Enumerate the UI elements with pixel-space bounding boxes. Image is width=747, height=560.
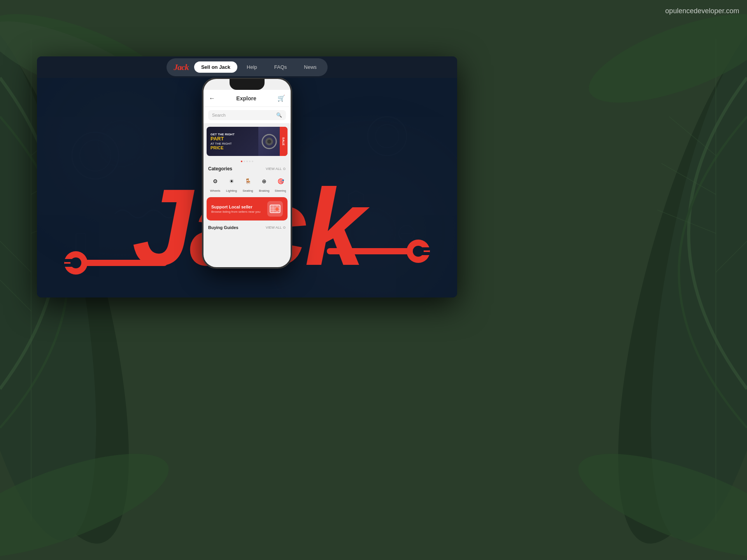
map-icon: [267, 201, 283, 217]
watermark: opulencedeveloper.com: [665, 7, 739, 15]
banner-image: [258, 127, 280, 156]
categories-header: Categories VIEW ALL ⊙: [208, 166, 286, 172]
buying-guides-section: Buying Guides VIEW ALL ⊙: [203, 223, 291, 230]
lighting-icon: ☀: [225, 175, 238, 188]
phone-notch: [230, 79, 265, 90]
svg-rect-35: [64, 264, 78, 267]
search-section: Search 🔍: [203, 107, 291, 124]
nav-link-news[interactable]: News: [296, 61, 324, 73]
dot-5: [252, 161, 253, 162]
svg-rect-44: [270, 205, 280, 213]
svg-point-43: [267, 140, 271, 144]
dot-3: [246, 161, 248, 162]
steering-icon: 🎯: [274, 175, 286, 188]
search-placeholder-text: Search: [212, 113, 226, 117]
category-wheels[interactable]: ⚙ Wheels: [208, 175, 222, 192]
circle-arrow-icon-2: ⊙: [283, 226, 286, 229]
svg-rect-40: [416, 247, 430, 250]
steering-label: Steering: [275, 189, 286, 192]
svg-point-21: [72, 132, 119, 179]
dot-1: [241, 161, 242, 162]
dot-4: [249, 161, 251, 162]
svg-point-22: [80, 140, 111, 171]
support-title: Support Local seller: [211, 205, 260, 209]
support-text: Support Local seller Browse listing from…: [211, 205, 260, 214]
banner-red-strip: SALE: [280, 127, 288, 156]
back-icon[interactable]: ←: [209, 95, 215, 102]
seating-icon: 🪑: [241, 175, 254, 188]
banner-line2: PART: [210, 136, 254, 142]
seating-label: Seating: [242, 189, 253, 192]
nav-pill: Jack Sell on Jack Help FAQs News: [167, 58, 328, 76]
phone-mockup: ← Explore 🛒 Search 🔍 GET: [202, 78, 292, 268]
buying-guides-title: Buying Guides: [208, 225, 238, 230]
wheels-label: Wheels: [210, 189, 221, 192]
app-header: ← Explore 🛒: [203, 90, 291, 107]
view-all-categories[interactable]: VIEW ALL ⊙: [266, 167, 286, 171]
svg-point-23: [368, 117, 407, 156]
circle-arrow-icon: ⊙: [283, 167, 286, 171]
sell-on-jack-button[interactable]: Sell on Jack: [194, 61, 237, 73]
braking-label: Braking: [259, 189, 269, 192]
phone-screen: ← Explore 🛒 Search 🔍 GET: [203, 79, 291, 267]
promo-banner: GET THE RIGHT PART AT THE RIGHT PRICE: [207, 127, 288, 156]
banner-line3: AT THE RIGHT: [210, 142, 254, 145]
app-title: Explore: [215, 95, 277, 102]
phone-frame: ← Explore 🛒 Search 🔍 GET: [202, 78, 292, 268]
banner-text: GET THE RIGHT PART AT THE RIGHT PRICE: [207, 130, 258, 153]
navbar: Jack Sell on Jack Help FAQs News: [37, 56, 457, 78]
wheels-icon: ⚙: [209, 175, 222, 188]
category-seating[interactable]: 🪑 Seating: [241, 175, 255, 192]
view-all-guides[interactable]: VIEW ALL ⊙: [266, 226, 286, 229]
categories-title: Categories: [208, 166, 232, 172]
svg-rect-31: [82, 260, 167, 266]
browser-window: Jack Sell on Jack Help FAQs News: [37, 56, 457, 298]
svg-rect-36: [327, 248, 412, 254]
banner-line4: PRICE: [210, 145, 254, 150]
support-subtitle: Browse listing from sellers near you: [211, 210, 260, 214]
hero-section: Jack: [37, 78, 457, 298]
nav-link-faqs[interactable]: FAQs: [267, 61, 295, 73]
search-box[interactable]: Search 🔍: [208, 110, 286, 120]
category-braking[interactable]: ⊕ Braking: [257, 175, 271, 192]
category-icons-row: ⚙ Wheels ☀ Lighting 🪑 Seating: [208, 175, 286, 192]
banner-dots: [203, 159, 291, 164]
lighting-label: Lighting: [226, 189, 237, 192]
nav-link-help[interactable]: Help: [239, 61, 265, 73]
cart-icon[interactable]: 🛒: [277, 94, 285, 102]
braking-icon: ⊕: [258, 175, 271, 188]
search-icon: 🔍: [276, 112, 282, 118]
categories-section: Categories VIEW ALL ⊙ ⚙ Wheels: [203, 164, 291, 195]
dot-2: [244, 161, 245, 162]
nav-logo: Jack: [170, 61, 193, 74]
svg-rect-34: [64, 259, 78, 262]
category-steering[interactable]: 🎯 Steering: [274, 175, 286, 192]
svg-point-24: [375, 124, 399, 148]
support-seller-banner[interactable]: Support Local seller Browse listing from…: [207, 197, 288, 220]
category-lighting[interactable]: ☀ Lighting: [224, 175, 238, 192]
svg-rect-39: [416, 252, 430, 255]
